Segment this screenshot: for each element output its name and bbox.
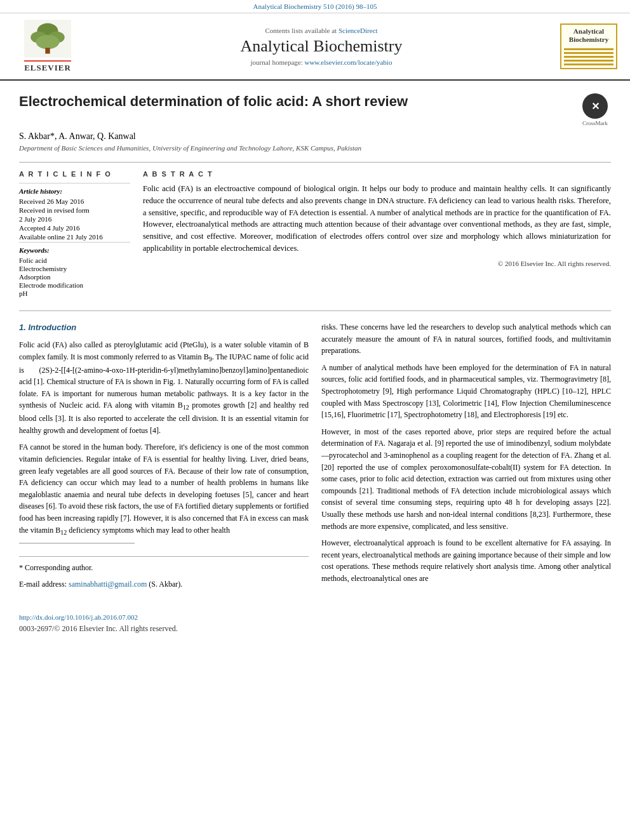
right-para-1: risks. These concerns have led the resea… [321, 321, 611, 357]
ab-logo-title: AnalyticalBiochemistry [564, 27, 613, 44]
intro-para-1: Folic acid (FA) also called as pteroylgl… [19, 339, 309, 436]
available-date: Available online 21 July 2016 [19, 233, 130, 241]
tree-icon [22, 20, 73, 58]
article-main: Electrochemical determination of folic a… [0, 81, 630, 653]
keyword-2: Electrochemistry [19, 265, 130, 272]
journal-center: Contents lists available at ScienceDirec… [89, 27, 554, 66]
svg-point-4 [36, 35, 60, 49]
abstract-heading: A B S T R A C T [143, 170, 611, 178]
article-info: A R T I C L E I N F O Article history: R… [19, 170, 130, 298]
sciencedirect-link[interactable]: ScienceDirect [338, 27, 378, 34]
crossmark-badge: ✕ CrossMark [579, 93, 611, 126]
abstract-copyright: © 2016 Elsevier Inc. All rights reserved… [143, 260, 611, 267]
ab-logo-decoration [564, 46, 613, 65]
elsevier-wordmark: ELSEVIER [24, 60, 71, 73]
crossmark-label: CrossMark [579, 120, 611, 126]
affiliation: Department of Basic Sciences and Humanit… [19, 144, 611, 152]
intro-para-2: FA cannot be stored in the human body. T… [19, 441, 309, 537]
right-para-4: However, electroanalytical approach is f… [321, 537, 611, 584]
ab-logo: AnalyticalBiochemistry [560, 23, 617, 69]
footer-copyright: 0003-2697/© 2016 Elsevier Inc. All right… [19, 623, 309, 635]
journal-homepage: journal homepage: www.elsevier.com/locat… [89, 58, 554, 66]
keywords-list: Folic acid Electrochemistry Adsorption E… [19, 257, 130, 297]
footer-blank [19, 596, 309, 608]
top-bar: Analytical Biochemistry 510 (2016) 98–10… [0, 0, 630, 13]
journal-header: ELSEVIER Contents lists available at Sci… [0, 13, 630, 81]
svg-rect-5 [45, 48, 50, 53]
article-title: Electrochemical determination of folic a… [19, 93, 566, 110]
contents-line: Contents lists available at ScienceDirec… [89, 27, 554, 34]
abstract-section: A B S T R A C T Folic acid (FA) is an el… [143, 170, 611, 298]
keywords-label: Keywords: [19, 242, 130, 254]
right-body-col: risks. These concerns have led the resea… [321, 321, 611, 640]
revised-date: 2 July 2016 [19, 215, 130, 223]
right-para-2: A number of analytical methods have been… [321, 362, 611, 421]
corresponding-author-note: * Corresponding author. [19, 562, 309, 574]
keyword-5: pH [19, 290, 130, 297]
elsevier-logo: ELSEVIER [13, 20, 83, 73]
keyword-3: Adsorption [19, 273, 130, 281]
footer-divider [19, 543, 135, 543]
introduction-heading: 1. Introduction [19, 321, 309, 334]
abstract-text: Folic acid (FA) is an electroactive comp… [143, 183, 611, 255]
article-footer: * Corresponding author. E-mail address: … [19, 556, 309, 635]
doi-link[interactable]: http://dx.doi.org/10.1016/j.ab.2016.07.0… [19, 613, 138, 621]
authors: S. Akbar*, A. Anwar, Q. Kanwal [19, 131, 611, 142]
left-body-col: 1. Introduction Folic acid (FA) also cal… [19, 321, 309, 640]
article-history-label: Article history: [19, 183, 130, 195]
right-para-3: However, in most of the cases reported a… [321, 426, 611, 532]
revised-label: Received in revised form [19, 206, 130, 214]
accepted-date: Accepted 4 July 2016 [19, 224, 130, 232]
email-note: E-mail address: saminabhatti@gmail.com (… [19, 578, 309, 590]
keyword-1: Folic acid [19, 257, 130, 264]
homepage-link[interactable]: www.elsevier.com/locate/yabio [304, 58, 392, 66]
journal-citation: Analytical Biochemistry 510 (2016) 98–10… [253, 3, 377, 10]
body-content: 1. Introduction Folic acid (FA) also cal… [19, 310, 611, 640]
crossmark-icon: ✕ [582, 93, 608, 119]
keyword-4: Electrode modification [19, 281, 130, 289]
article-info-abstract-layout: A R T I C L E I N F O Article history: R… [19, 162, 611, 298]
author-email[interactable]: saminabhatti@gmail.com [69, 580, 147, 589]
article-info-heading: A R T I C L E I N F O [19, 170, 130, 178]
journal-title: Analytical Biochemistry [89, 37, 554, 56]
article-title-section: Electrochemical determination of folic a… [19, 93, 611, 126]
received-date: Received 26 May 2016 [19, 197, 130, 205]
